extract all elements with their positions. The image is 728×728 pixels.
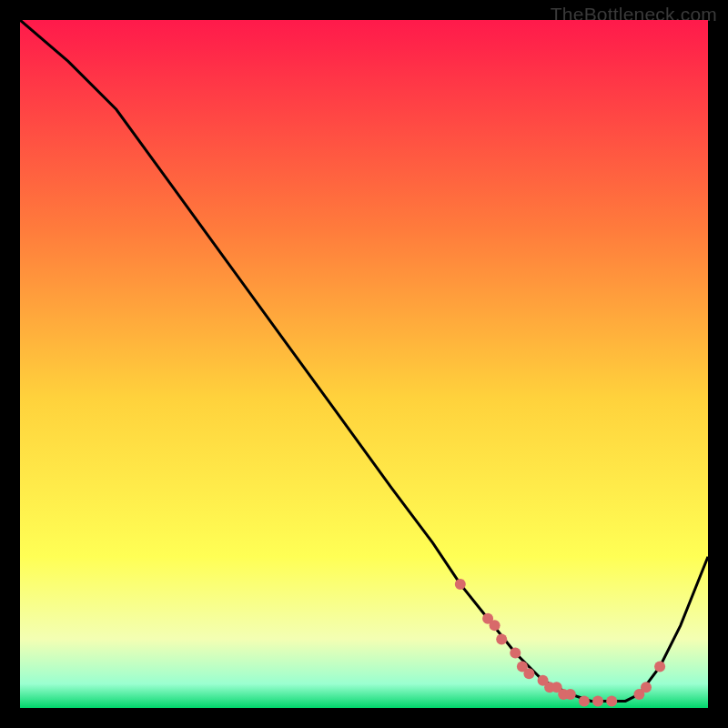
chart-stage: TheBottleneck.com <box>0 0 728 728</box>
marker-point <box>523 668 534 679</box>
chart-svg <box>20 20 708 708</box>
plot-area <box>20 20 708 708</box>
marker-point <box>606 695 617 706</box>
marker-point <box>455 579 466 590</box>
marker-point <box>654 662 665 672</box>
gradient-fill <box>20 20 708 708</box>
marker-point <box>490 620 500 631</box>
marker-point <box>641 682 652 693</box>
marker-point <box>496 633 507 644</box>
marker-point <box>565 689 576 700</box>
marker-point <box>592 695 603 706</box>
marker-point <box>510 648 521 659</box>
marker-point <box>579 695 590 706</box>
